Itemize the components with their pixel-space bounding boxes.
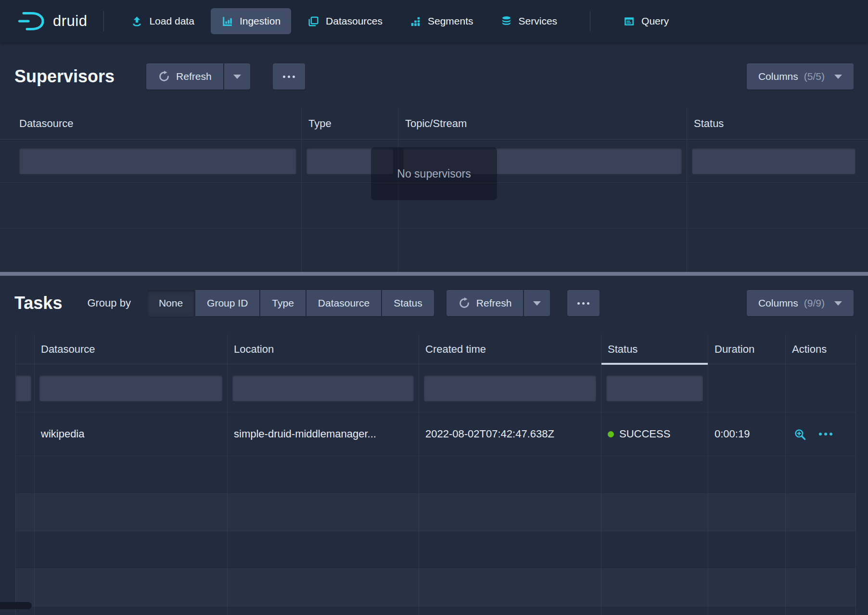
empty-cell (0, 183, 302, 228)
column-header-datasource[interactable]: Datasource (0, 108, 302, 139)
column-header-status[interactable]: Status (601, 334, 708, 364)
columns-label: Columns (758, 297, 798, 309)
empty-cell (708, 531, 786, 568)
filter-cell (708, 364, 786, 412)
tasks-toolbar: Tasks Group by None Group ID Type Dataso… (0, 289, 868, 317)
column-header-datasource[interactable]: Datasource (35, 334, 228, 364)
refresh-label: Refresh (476, 297, 512, 309)
empty-cell (35, 456, 228, 493)
refresh-icon (158, 70, 170, 83)
chevron-down-icon (834, 301, 842, 306)
empty-cell (601, 531, 708, 568)
tasks-table: Datasource Location Created time Status … (15, 334, 856, 615)
empty-cell (228, 456, 419, 493)
table-row (0, 183, 868, 229)
cell-location: simple-druid-middlemanager... (228, 412, 419, 456)
tasks-refresh-caret-button[interactable] (524, 290, 550, 316)
empty-cell (15, 569, 35, 606)
horizontal-scrollbar[interactable] (0, 272, 868, 276)
nav-item-load-data[interactable]: Load data (120, 8, 204, 34)
group-by-type-button[interactable]: Type (260, 290, 306, 316)
empty-cell (302, 229, 398, 272)
query-console-icon (623, 15, 635, 27)
refresh-icon (458, 297, 471, 309)
topic-stream-filter-input[interactable] (403, 148, 682, 174)
empty-cell (419, 494, 601, 531)
nav-item-datasources[interactable]: Datasources (297, 8, 393, 34)
group-by-group-id-button[interactable]: Group ID (195, 290, 259, 316)
cell-actions (786, 412, 856, 456)
druid-logo[interactable]: druid (17, 11, 87, 32)
empty-cell (786, 456, 856, 493)
nav-item-label: Datasources (326, 15, 383, 27)
nav-item-label: Segments (428, 15, 473, 27)
column-header-duration[interactable]: Duration (708, 334, 786, 364)
nav-item-label: Ingestion (240, 15, 281, 27)
empty-cell (35, 494, 228, 531)
column-header-created-time[interactable]: Created time (419, 334, 601, 364)
datasource-filter-input[interactable] (19, 148, 296, 174)
group-by-none-button[interactable]: None (147, 290, 194, 316)
empty-cell (0, 229, 302, 272)
supervisors-refresh-caret-button[interactable] (224, 64, 250, 90)
empty-cell (601, 606, 708, 615)
empty-cell (398, 229, 687, 272)
empty-cell (708, 569, 786, 606)
empty-cell (15, 456, 35, 493)
empty-cell (601, 569, 708, 606)
location-filter-input[interactable] (232, 375, 414, 401)
type-filter-input[interactable] (306, 148, 393, 174)
table-row (15, 531, 856, 569)
tasks-refresh-button[interactable]: Refresh (447, 290, 523, 316)
table-row-wikipedia-task[interactable]: wikipedia simple-druid-middlemanager... … (15, 412, 856, 456)
filter-cell (302, 140, 398, 182)
column-header-location[interactable]: Location (228, 334, 419, 364)
status-filter-input[interactable] (606, 375, 703, 401)
group-by-datasource-button[interactable]: Datasource (306, 290, 381, 316)
empty-cell (15, 531, 35, 568)
datasource-filter-input[interactable] (39, 375, 222, 401)
navbar-divider (103, 11, 104, 31)
nav-item-segments[interactable]: Segments (399, 8, 484, 34)
supervisors-refresh-button[interactable]: Refresh (146, 64, 223, 90)
filter-cell (398, 140, 687, 182)
table-row (15, 494, 856, 531)
empty-cell (687, 229, 868, 272)
brand-name: druid (53, 13, 87, 30)
column-header-type[interactable]: Type (302, 108, 398, 139)
filter-cell (601, 364, 708, 412)
nav-item-query[interactable]: Query (613, 8, 679, 34)
columns-label: Columns (758, 71, 798, 82)
more-dots-icon (587, 302, 589, 305)
task-id-filter-input[interactable] (16, 375, 31, 401)
tasks-horizontal-scrollbar[interactable] (0, 602, 32, 609)
empty-cell (601, 456, 708, 493)
supervisors-header-row: Datasource Type Topic/Stream Status (0, 108, 868, 140)
nav-item-ingestion[interactable]: Ingestion (211, 8, 291, 34)
empty-cell (228, 494, 419, 531)
empty-cell (708, 494, 786, 531)
group-by-status-button[interactable]: Status (382, 290, 434, 316)
chevron-down-icon (533, 301, 541, 306)
cell-status: SUCCESS (601, 412, 708, 456)
more-dots-icon (582, 302, 585, 305)
tasks-columns-button[interactable]: Columns (9/9) (747, 290, 854, 316)
column-header-topic-stream[interactable]: Topic/Stream (398, 108, 687, 139)
empty-cell (708, 606, 786, 615)
filter-cell (228, 364, 419, 412)
column-header-actions[interactable]: Actions (786, 334, 856, 364)
supervisors-columns-button[interactable]: Columns (5/5) (747, 64, 854, 90)
empty-cell (786, 569, 856, 606)
refresh-label: Refresh (176, 71, 212, 82)
task-detail-magnifier-icon[interactable] (793, 428, 806, 441)
empty-cell (786, 494, 856, 531)
supervisors-more-button[interactable] (273, 64, 305, 90)
cell-created-time: 2022-08-02T07:42:47.638Z (419, 412, 601, 456)
created-time-filter-input[interactable] (424, 375, 596, 401)
status-filter-input[interactable] (692, 148, 855, 174)
column-header-status[interactable]: Status (687, 108, 868, 139)
database-icon (500, 15, 512, 27)
tasks-more-button[interactable] (567, 290, 600, 316)
nav-item-services[interactable]: Services (490, 8, 568, 34)
task-actions-menu-icon[interactable] (819, 433, 832, 436)
